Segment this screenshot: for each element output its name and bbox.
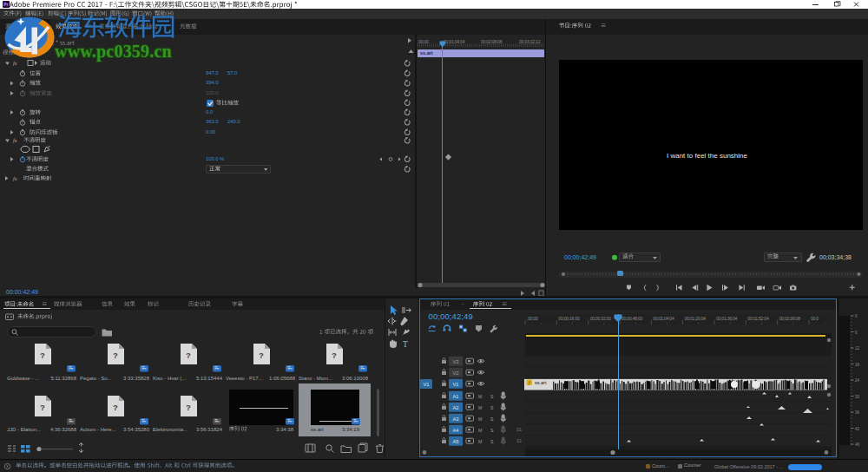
svg-text:0: 0 bbox=[855, 314, 858, 318]
svg-text:18: 18 bbox=[855, 363, 860, 367]
svg-text:42: 42 bbox=[855, 427, 860, 431]
svg-text:48: 48 bbox=[855, 442, 860, 447]
svg-text:36: 36 bbox=[855, 410, 860, 415]
svg-text:12: 12 bbox=[855, 346, 860, 351]
svg-text:30: 30 bbox=[855, 395, 860, 399]
svg-text:24: 24 bbox=[855, 378, 860, 383]
svg-text:6: 6 bbox=[855, 331, 858, 335]
